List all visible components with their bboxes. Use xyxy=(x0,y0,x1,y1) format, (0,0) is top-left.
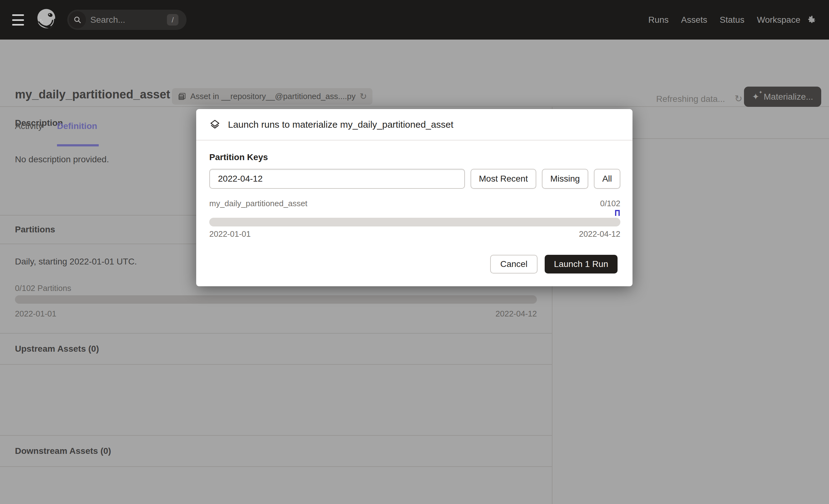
dagster-logo-icon[interactable] xyxy=(34,7,61,33)
selected-partition-marker xyxy=(615,210,620,216)
most-recent-button[interactable]: Most Recent xyxy=(471,169,536,189)
global-search[interactable]: / xyxy=(67,10,186,30)
partition-key-controls: Most Recent Missing All xyxy=(209,169,620,189)
nav-runs[interactable]: Runs xyxy=(648,15,669,25)
dialog-range-end: 2022-04-12 xyxy=(579,229,620,239)
partition-keys-label: Partition Keys xyxy=(209,152,268,162)
dialog-partition-bar[interactable] xyxy=(209,218,620,226)
settings-gear-icon[interactable] xyxy=(803,0,819,40)
nav-assets[interactable]: Assets xyxy=(681,15,707,25)
hamburger-menu-icon[interactable] xyxy=(12,14,24,26)
materialize-layers-icon xyxy=(209,119,220,130)
dialog-range-start: 2022-01-01 xyxy=(209,229,251,239)
dialog-progress-count: 0/102 xyxy=(600,199,620,208)
all-button[interactable]: All xyxy=(594,169,620,189)
launch-run-button[interactable]: Launch 1 Run xyxy=(545,255,618,274)
dialog-asset-name: my_daily_partitioned_asset xyxy=(209,199,308,208)
dialog-title: Launch runs to materialize my_daily_part… xyxy=(228,119,454,130)
nav-workspace[interactable]: Workspace xyxy=(757,15,800,25)
search-icon xyxy=(69,11,86,28)
dialog-header: Launch runs to materialize my_daily_part… xyxy=(196,109,633,141)
search-shortcut-key: / xyxy=(167,14,178,26)
launch-partitions-dialog: Launch runs to materialize my_daily_part… xyxy=(196,109,633,286)
cancel-button[interactable]: Cancel xyxy=(490,255,537,274)
dialog-footer: Cancel Launch 1 Run xyxy=(490,255,618,274)
top-navbar: / Runs Assets Status Workspace xyxy=(0,0,829,40)
partition-key-input[interactable] xyxy=(209,169,465,189)
nav-status[interactable]: Status xyxy=(720,15,744,25)
dagster-asset-page: / Runs Assets Status Workspace my_daily_… xyxy=(0,0,829,504)
search-input[interactable] xyxy=(90,10,162,30)
navbar-links: Runs Assets Status Workspace xyxy=(648,0,800,40)
missing-button[interactable]: Missing xyxy=(542,169,588,189)
